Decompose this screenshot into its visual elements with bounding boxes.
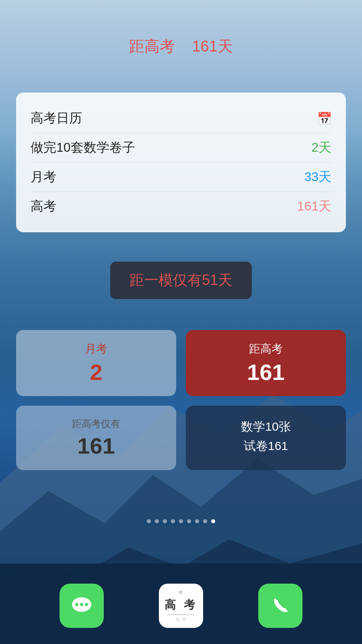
- gaokao-app-divider: [168, 614, 194, 615]
- card-title-row: 高考日历 📅: [31, 104, 331, 133]
- dock: 考 高 考 日 历: [0, 584, 362, 628]
- card-row-math: 做完10套数学卷子 2天: [31, 133, 331, 162]
- svg-point-7: [85, 603, 88, 606]
- dock-gaokao-app-icon[interactable]: 考 高 考 日 历: [159, 584, 203, 628]
- dot-4: [171, 519, 175, 523]
- dot-2: [155, 519, 159, 523]
- svg-point-6: [80, 603, 83, 606]
- svg-point-5: [75, 603, 78, 606]
- banner: 距一模仅有51天: [110, 262, 252, 299]
- top-countdown-prefix: 距高考: [129, 38, 175, 55]
- widget-yuekao-number: 2: [90, 360, 102, 385]
- widget-gaokao2-label: 距高考仅有: [72, 417, 120, 430]
- dot-1: [147, 519, 151, 523]
- dot-6: [187, 519, 191, 523]
- card-row-math-label: 做完10套数学卷子: [31, 139, 135, 157]
- top-countdown-value: 161天: [192, 38, 232, 55]
- dot-7: [195, 519, 199, 523]
- gaokao-app-chars: 高 考: [165, 597, 197, 613]
- widget-gaokao-label: 距高考: [249, 341, 283, 357]
- card-row-math-value: 2天: [311, 139, 331, 157]
- phone-icon: [269, 594, 292, 617]
- page-dots: [0, 519, 362, 523]
- card-row-gaokao-label: 高考: [31, 198, 56, 215]
- dock-messages-icon[interactable]: [60, 584, 104, 628]
- card-row-gaokao: 高考 161天: [31, 192, 331, 221]
- banner-text: 距一模仅有51天: [130, 272, 232, 288]
- card-row-yuekao-label: 月考: [31, 168, 56, 186]
- gaokao-app-top-line: 考: [178, 590, 183, 596]
- dot-9: [211, 519, 215, 523]
- widget-gaokao-number: 161: [247, 360, 284, 385]
- card-row-gaokao-value: 161天: [297, 198, 331, 215]
- widget-gaokao[interactable]: 距高考 161: [186, 330, 346, 396]
- dot-3: [163, 519, 167, 523]
- dot-8: [203, 519, 207, 523]
- widget-yuekao[interactable]: 月考 2: [16, 330, 176, 396]
- widget-grid: 月考 2 距高考 161 距高考仅有 161 数学10张 试卷161: [16, 330, 346, 470]
- calendar-card: 高考日历 📅 做完10套数学卷子 2天 月考 33天 高考 161天: [16, 93, 346, 232]
- widget-yuekao-label: 月考: [85, 341, 107, 357]
- dot-5: [179, 519, 183, 523]
- card-row-yuekao-value: 33天: [304, 168, 331, 186]
- widget-gaokao2-number: 161: [77, 433, 115, 458]
- message-bubble-icon: [70, 594, 94, 618]
- calendar-icon: 📅: [317, 111, 331, 126]
- top-countdown-spacer: [179, 38, 188, 55]
- top-countdown: 距高考 161天: [0, 36, 362, 57]
- widget-gaokao2[interactable]: 距高考仅有 161: [16, 406, 176, 470]
- card-title: 高考日历: [31, 109, 82, 127]
- widget-math[interactable]: 数学10张 试卷161: [186, 406, 346, 470]
- card-row-yuekao: 月考 33天: [31, 162, 331, 192]
- widget-math-label: 数学10张 试卷161: [241, 417, 290, 456]
- gaokao-app-sub: 日 历: [176, 617, 186, 622]
- dock-phone-icon[interactable]: [258, 584, 302, 628]
